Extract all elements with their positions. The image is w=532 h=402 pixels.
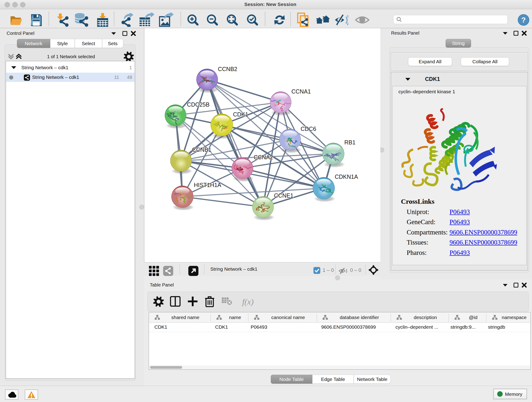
svg-text:CDKN1A: CDKN1A [335, 173, 358, 180]
svg-text:?: ? [521, 16, 526, 24]
svg-text:RB1: RB1 [344, 139, 355, 146]
svg-text:HIST1H1A: HIST1H1A [194, 182, 221, 188]
svg-text:CDC6: CDC6 [301, 126, 316, 132]
svg-text:CCNB1: CCNB1 [192, 147, 211, 153]
svg-text:CCNE1: CCNE1 [274, 192, 293, 199]
svg-text:CDK1: CDK1 [233, 111, 248, 118]
svg-text:CDC25B: CDC25B [187, 101, 210, 108]
svg-text:CCNA2: CCNA2 [254, 154, 273, 160]
svg-text:CCNB2: CCNB2 [218, 66, 237, 72]
svg-text:CCNA1: CCNA1 [291, 88, 311, 95]
